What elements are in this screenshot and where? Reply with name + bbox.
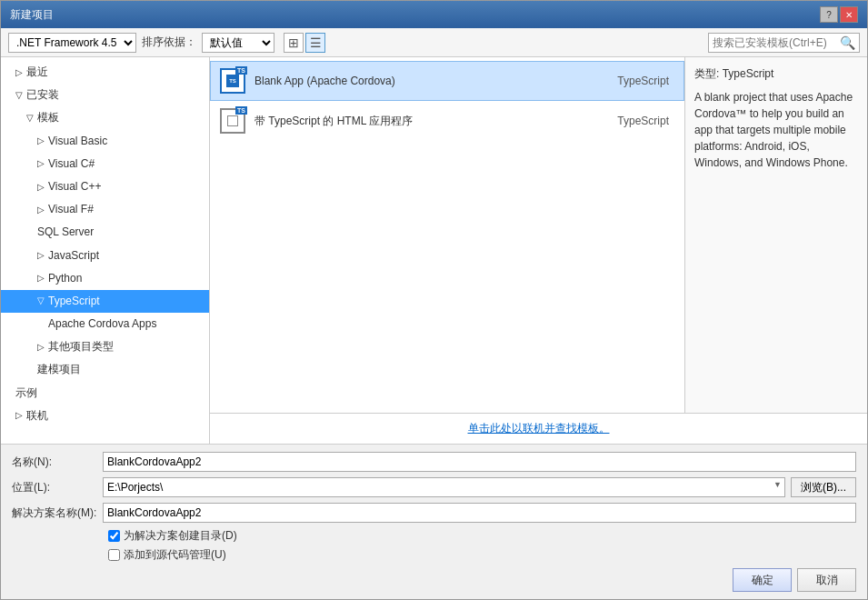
template-icon-2: TS xyxy=(218,106,247,135)
sidebar-item-label-other: 其他项目类型 xyxy=(48,338,114,355)
sidebar-item-label-typescript: TypeScript xyxy=(48,293,100,310)
solution-row: 解决方案名称(M): xyxy=(12,503,856,523)
template-type-2: TypeScript xyxy=(617,115,669,127)
search-button[interactable]: 🔍 xyxy=(840,35,855,50)
sidebar-item-label-build: 建模项目 xyxy=(37,361,81,378)
sidebar-item-cpp[interactable]: ▷ Visual C++ xyxy=(1,175,209,198)
sidebar-item-build[interactable]: 建模项目 xyxy=(1,358,209,381)
footer-buttons: 确定 取消 xyxy=(12,568,856,592)
sidebar-item-label-js: JavaScript xyxy=(48,247,99,265)
sidebar-item-label-examples: 示例 xyxy=(15,385,37,402)
name-input[interactable] xyxy=(103,452,856,472)
help-button[interactable]: ? xyxy=(820,6,838,23)
ts-inner-icon-1: TS xyxy=(226,75,239,87)
sidebar-item-templates[interactable]: ▽ 模板 xyxy=(1,106,209,129)
sidebar-item-label-recent: 最近 xyxy=(26,64,48,81)
expand-arrow-other: ▷ xyxy=(37,340,45,355)
title-bar: 新建项目 ? ✕ xyxy=(1,1,867,28)
sidebar-item-examples[interactable]: 示例 xyxy=(1,382,209,405)
main-content: ▷ 最近 ▽ 已安装 ▽ 模板 ▷ Visual Basic ▷ Visual … xyxy=(1,57,867,444)
framework-select[interactable]: .NET Framework 4.5 xyxy=(8,33,136,53)
browse-button[interactable]: 浏览(B)... xyxy=(791,477,856,497)
sidebar-item-fs[interactable]: ▷ Visual F# xyxy=(1,198,209,221)
sidebar-item-online[interactable]: ▷ 联机 xyxy=(1,405,209,427)
template-name-1: Blank App (Apache Cordova) xyxy=(254,75,617,87)
sidebar-item-label-python: Python xyxy=(48,270,82,287)
cancel-button[interactable]: 取消 xyxy=(797,568,856,592)
search-box: 🔍 xyxy=(708,33,860,53)
checkbox-row-2: 添加到源代码管理(U) xyxy=(108,547,856,563)
sidebar: ▷ 最近 ▽ 已安装 ▽ 模板 ▷ Visual Basic ▷ Visual … xyxy=(1,57,210,444)
expand-arrow-fs: ▷ xyxy=(37,203,45,217)
title-bar-buttons: ? ✕ xyxy=(820,6,858,23)
sidebar-item-installed[interactable]: ▽ 已安装 xyxy=(1,84,209,106)
online-search-link[interactable]: 单击此处以联机并查找模板。 xyxy=(468,422,610,435)
name-row: 名称(N): xyxy=(12,452,856,472)
template-and-detail: TS TS Blank App (Apache Cordova) TypeScr… xyxy=(210,57,867,413)
add-source-control-label: 添加到源代码管理(U) xyxy=(124,547,226,563)
center-panel: TS TS Blank App (Apache Cordova) TypeScr… xyxy=(210,57,867,444)
search-input[interactable] xyxy=(713,36,840,49)
expand-arrow-cpp: ▷ xyxy=(37,180,45,195)
dialog-title: 新建项目 xyxy=(10,7,54,23)
sort-label: 排序依据： xyxy=(142,35,196,50)
footer-form: 名称(N): 位置(L): E:\Porjects\ 浏览(B)... 解决方案… xyxy=(1,444,867,599)
template-name-2: 带 TypeScript 的 HTML 应用程序 xyxy=(254,114,617,129)
ts-badge-1: TS xyxy=(235,66,247,75)
sidebar-item-sql[interactable]: SQL Server xyxy=(1,221,209,244)
template-type-1: TypeScript xyxy=(617,75,669,87)
name-label: 名称(N): xyxy=(12,455,103,470)
template-icon-1: TS TS xyxy=(218,66,247,95)
location-select-wrapper: E:\Porjects\ xyxy=(103,477,785,497)
expand-arrow-cs: ▷ xyxy=(37,156,45,171)
new-project-dialog: 新建项目 ? ✕ .NET Framework 4.5 排序依据： 默认值 ⊞ … xyxy=(0,0,868,600)
expand-arrow-online: ▷ xyxy=(15,408,23,423)
template-item-2[interactable]: TS 带 TypeScript 的 HTML 应用程序 TypeScript xyxy=(210,101,684,141)
grid-view-button[interactable]: ⊞ xyxy=(284,33,304,53)
solution-label: 解决方案名称(M): xyxy=(12,505,103,521)
sidebar-item-label-fs: Visual F# xyxy=(48,201,94,218)
bottom-link-area: 单击此处以联机并查找模板。 xyxy=(210,413,867,444)
sort-select[interactable]: 默认值 xyxy=(202,33,274,53)
location-row: 位置(L): E:\Porjects\ 浏览(B)... xyxy=(12,477,856,497)
sidebar-item-label-online: 联机 xyxy=(26,407,48,425)
sidebar-item-label-cpp: Visual C++ xyxy=(48,178,101,195)
sidebar-item-label-cs: Visual C# xyxy=(48,155,95,173)
expand-arrow-ts: ▽ xyxy=(37,294,45,308)
detail-type-label: 类型: TypeScript xyxy=(694,66,858,82)
template-list: TS TS Blank App (Apache Cordova) TypeScr… xyxy=(210,57,685,413)
sidebar-item-label-installed: 已安装 xyxy=(26,86,59,104)
ok-button[interactable]: 确定 xyxy=(733,568,792,592)
expand-arrow-js: ▷ xyxy=(37,248,45,263)
sidebar-item-js[interactable]: ▷ JavaScript xyxy=(1,245,209,267)
sidebar-item-other[interactable]: ▷ 其他项目类型 xyxy=(1,335,209,358)
checkbox-row-1: 为解决方案创建目录(D) xyxy=(108,528,856,544)
detail-description: A blank project that uses Apache Cordova… xyxy=(694,89,858,171)
toolbar: .NET Framework 4.5 排序依据： 默认值 ⊞ ☰ 🔍 xyxy=(1,28,867,57)
html-icon-inner xyxy=(227,115,238,126)
template-item-1[interactable]: TS TS Blank App (Apache Cordova) TypeScr… xyxy=(210,61,684,101)
sidebar-item-cs[interactable]: ▷ Visual C# xyxy=(1,153,209,175)
location-label: 位置(L): xyxy=(12,480,103,495)
expand-arrow-templates: ▽ xyxy=(26,111,34,125)
sidebar-item-label-cordova: Apache Cordova Apps xyxy=(48,315,156,333)
create-dir-label: 为解决方案创建目录(D) xyxy=(124,528,237,544)
ts-badge-2: TS xyxy=(235,106,247,115)
expand-arrow-installed: ▽ xyxy=(15,88,23,103)
sidebar-item-label-vb: Visual Basic xyxy=(48,133,107,150)
sidebar-item-label-sql: SQL Server xyxy=(37,224,94,241)
location-select[interactable]: E:\Porjects\ xyxy=(103,477,785,497)
expand-arrow-python: ▷ xyxy=(37,271,45,285)
close-button[interactable]: ✕ xyxy=(840,6,858,23)
add-source-control-checkbox[interactable] xyxy=(108,549,120,561)
sidebar-item-typescript[interactable]: ▽ TypeScript xyxy=(1,290,209,313)
sidebar-item-vb[interactable]: ▷ Visual Basic xyxy=(1,130,209,153)
solution-input[interactable] xyxy=(103,503,856,523)
sidebar-item-cordova[interactable]: Apache Cordova Apps xyxy=(1,313,209,335)
sidebar-item-python[interactable]: ▷ Python xyxy=(1,267,209,290)
sidebar-item-recent[interactable]: ▷ 最近 xyxy=(1,61,209,84)
expand-arrow-vb: ▷ xyxy=(37,134,45,148)
create-dir-checkbox[interactable] xyxy=(108,530,120,542)
list-view-button[interactable]: ☰ xyxy=(305,33,325,53)
sidebar-item-label-templates: 模板 xyxy=(37,109,59,126)
